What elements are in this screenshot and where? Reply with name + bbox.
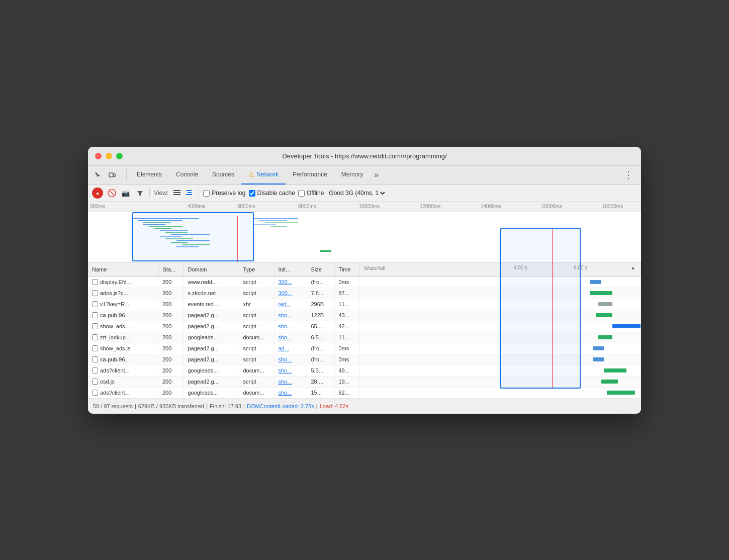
offline-input[interactable] (298, 190, 305, 197)
inspect-icon[interactable] (92, 169, 104, 181)
warning-icon: ⚠ (248, 171, 254, 178)
close-button[interactable] (95, 153, 102, 159)
ruler-mark-3: 8000ms (298, 204, 316, 209)
record-button[interactable]: ● (92, 188, 103, 199)
row-select-checkbox[interactable] (92, 345, 98, 351)
cell-domain: s.zkcdn.net (184, 288, 239, 299)
tab-elements[interactable]: Elements (130, 165, 169, 184)
row-select-checkbox[interactable] (92, 356, 98, 362)
col-size[interactable]: Size (307, 262, 334, 277)
dom-content-loaded: DOMContentLoaded: 2.78s (247, 403, 314, 409)
tab-memory[interactable]: Memory (334, 165, 370, 184)
network-toolbar: ● 🚫 📷 View: (88, 185, 641, 202)
cell-initiator-link[interactable]: sho... (279, 323, 292, 329)
tab-sources[interactable]: Sources (205, 165, 241, 184)
waterfall-bar (598, 302, 612, 306)
cell-time: 11... (334, 332, 359, 343)
filter-button[interactable] (134, 188, 145, 199)
row-select-checkbox[interactable] (92, 301, 98, 307)
tab-console[interactable]: Console (169, 165, 205, 184)
minimize-button[interactable] (106, 153, 112, 159)
offline-checkbox[interactable]: Offline (298, 190, 324, 197)
table-row[interactable]: show_ads...200pagead2.g...scriptsho...65… (88, 321, 641, 332)
col-waterfall[interactable]: Waterfall 4.00 s 6.00 s ▲ (359, 262, 641, 277)
cell-type: xhr (239, 299, 274, 310)
tab-performance[interactable]: Performance (286, 165, 334, 184)
waterfall-bar (590, 280, 601, 284)
table-row[interactable]: osd.js200pagead2.g...scriptsho...28....1… (88, 376, 641, 387)
disable-cache-checkbox[interactable]: Disable cache (249, 190, 295, 197)
cell-initiator-link[interactable]: sho... (279, 379, 292, 385)
row-select-checkbox[interactable] (92, 279, 98, 285)
maximize-button[interactable] (116, 153, 123, 159)
cell-initiator-link[interactable]: red... (279, 301, 291, 307)
cell-initiator-link[interactable]: sho... (279, 367, 292, 374)
cell-time: 49... (334, 365, 359, 376)
cell-initiator-link[interactable]: 300... (279, 290, 293, 296)
cell-size: 5.3... (307, 365, 334, 376)
network-table-container[interactable]: Name Sta... Domain Type Init... Size Tim… (88, 262, 641, 399)
cell-waterfall (359, 288, 641, 299)
col-initiator[interactable]: Init... (274, 262, 307, 277)
col-domain[interactable]: Domain (184, 262, 239, 277)
row-select-checkbox[interactable] (92, 312, 98, 318)
cell-type: script (239, 354, 274, 365)
view-waterfall-button[interactable] (184, 188, 195, 199)
col-type[interactable]: Type (239, 262, 274, 277)
col-status[interactable]: Sta... (158, 262, 184, 277)
row-select-checkbox[interactable] (92, 379, 98, 385)
col-name[interactable]: Name (88, 262, 158, 277)
col-time[interactable]: Time (334, 262, 359, 277)
cell-type: docum... (239, 332, 274, 343)
table-row[interactable]: show_ads.js200pagead2.g...scriptad...(fr… (88, 343, 641, 354)
svg-rect-7 (188, 192, 192, 193)
tab-more-button[interactable]: » (370, 165, 383, 184)
view-list-button[interactable] (171, 188, 183, 199)
row-select-checkbox[interactable] (92, 390, 98, 396)
disable-cache-input[interactable] (249, 190, 255, 197)
devtools-overflow-menu[interactable]: ⋮ (620, 169, 637, 180)
cell-initiator: 300... (274, 288, 307, 299)
table-row[interactable]: display.Efz...200www.redd...script300...… (88, 276, 641, 288)
cell-size: 15... (307, 387, 334, 398)
cell-initiator-link[interactable]: ad... (279, 345, 289, 351)
table-row[interactable]: ca-pub-96...200pagead2.g...scriptsho...1… (88, 310, 641, 321)
table-header-row: Name Sta... Domain Type Init... Size Tim… (88, 262, 641, 277)
cell-initiator-link[interactable]: sho... (279, 356, 292, 362)
cell-waterfall (359, 276, 641, 288)
timeline-container[interactable]: 000ms 4000ms 6000ms 8000ms 10000ms 12000… (88, 202, 641, 262)
table-row[interactable]: v1?key=R...200events.red...xhrred...296B… (88, 299, 641, 310)
row-select-checkbox[interactable] (92, 367, 98, 374)
table-row[interactable]: ads?client...200googleads...docum...sho.… (88, 365, 641, 376)
cell-initiator-link[interactable]: 300... (279, 279, 293, 285)
row-select-checkbox[interactable] (92, 290, 98, 296)
row-select-checkbox[interactable] (92, 334, 98, 340)
timeline-graph[interactable] (88, 212, 641, 262)
preserve-log-checkbox[interactable]: Preserve log (203, 190, 245, 197)
device-icon[interactable] (106, 169, 118, 181)
table-row[interactable]: ados.js?c...200s.zkcdn.netscript300...7.… (88, 288, 641, 299)
cell-time: 0ms (334, 276, 359, 288)
requests-count: 58 / 97 requests (93, 403, 133, 409)
cell-name: zrt_lookup... (88, 332, 158, 342)
ruler-mark-7: 16000ms (541, 204, 562, 209)
cell-time: 43... (334, 310, 359, 321)
table-row[interactable]: zrt_lookup...200googleads...docum...sho.… (88, 332, 641, 343)
row-select-checkbox[interactable] (92, 323, 98, 329)
table-row[interactable]: ads?client...200googleads...docum...sho.… (88, 387, 641, 398)
cell-initiator-link[interactable]: sho... (279, 312, 292, 318)
preserve-log-input[interactable] (203, 190, 210, 197)
clear-button[interactable]: 🚫 (106, 188, 117, 199)
cell-initiator-link[interactable]: sho... (279, 334, 292, 340)
table-row[interactable]: ca-pub-96...200pagead2.g...scriptsho...(… (88, 354, 641, 365)
cell-status: 200 (158, 376, 184, 387)
camera-button[interactable]: 📷 (120, 188, 131, 199)
cell-name: ca-pub-96... (88, 310, 158, 320)
cell-time: 62... (334, 387, 359, 398)
cell-status: 200 (158, 299, 184, 310)
tab-network[interactable]: ⚠ Network (241, 165, 286, 184)
cell-domain: pagead2.g... (184, 376, 239, 387)
cell-initiator-link[interactable]: sho... (279, 390, 292, 396)
throttle-select[interactable]: Good 3G (40ms, 1 (327, 189, 387, 197)
tab-separator (126, 169, 127, 181)
